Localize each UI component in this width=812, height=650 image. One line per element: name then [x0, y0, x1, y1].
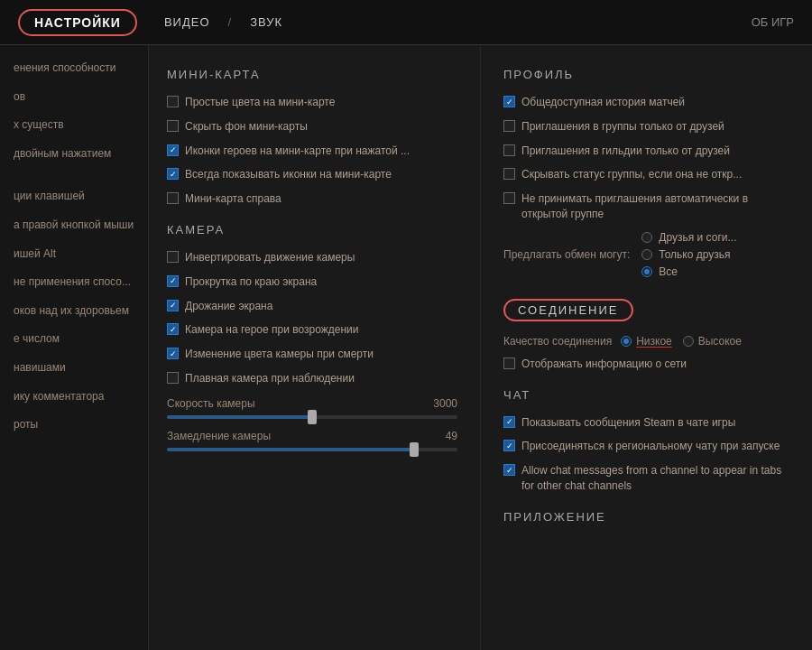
camera-cb-0[interactable]	[167, 251, 179, 263]
sidebar-item-12[interactable]: ику комментатора	[0, 383, 148, 412]
decel-slider-fill	[167, 448, 414, 451]
network-info-option[interactable]: Отображать информацию о сети	[503, 357, 794, 372]
network-info-cb[interactable]	[503, 358, 515, 369]
minimap-option-1[interactable]: Скрыть фон мини-карты	[167, 119, 457, 135]
profile-option-4[interactable]: Не принимать приглашения автоматически в…	[503, 191, 794, 222]
profile-cb-2[interactable]	[503, 144, 515, 156]
speed-slider-container: Скорость камеры 3000	[167, 397, 457, 419]
sidebar-item-3[interactable]: двойным нажатием	[0, 140, 148, 169]
minimap-option-2[interactable]: Иконки героев на мини-карте при нажатой …	[167, 144, 457, 159]
chat-cb-1[interactable]	[503, 440, 515, 451]
settings-badge[interactable]: НАСТРОЙКИ	[18, 9, 137, 36]
trade-option-1[interactable]: Только друзья	[641, 248, 736, 261]
sidebar: енения способности ов х существ двойным …	[0, 45, 149, 650]
left-panel: МИНИ-КАРТА Простые цвета на мини-карте С…	[149, 45, 475, 650]
camera-option-5[interactable]: Плавная камера при наблюдении	[167, 371, 457, 386]
decel-slider-container: Замедление камеры 49	[167, 430, 457, 451]
quality-high-radio[interactable]	[683, 336, 694, 347]
camera-option-1[interactable]: Прокрутка по краю экрана	[167, 274, 457, 290]
quality-label: Качество соединения	[503, 335, 612, 348]
minimap-option-0[interactable]: Простые цвета на мини-карте	[167, 95, 457, 110]
camera-option-2[interactable]: Дрожание экрана	[167, 299, 457, 314]
trade-label: Предлагать обмен могут:	[503, 248, 630, 261]
chat-option-2[interactable]: Allow chat messages from a channel to ap…	[503, 463, 794, 494]
sidebar-item-4[interactable]	[0, 168, 148, 182]
camera-option-3[interactable]: Камера на герое при возрождении	[167, 322, 457, 338]
speed-label: Скорость камеры	[167, 397, 255, 410]
trade-option-0[interactable]: Друзья и соги...	[641, 231, 736, 244]
application-section: ПРИЛОЖЕНИЕ	[503, 510, 794, 524]
decel-label: Замедление камеры	[167, 430, 271, 442]
chat-cb-0[interactable]	[503, 416, 515, 428]
speed-slider-thumb[interactable]	[308, 410, 317, 424]
camera-cb-3[interactable]	[167, 323, 179, 335]
chat-cb-2[interactable]	[503, 464, 515, 476]
sidebar-item-10[interactable]: е числом	[0, 325, 148, 354]
quality-low-label: Низкое	[636, 335, 672, 348]
quality-low-option[interactable]: Низкое	[621, 335, 672, 348]
camera-cb-1[interactable]	[167, 275, 179, 287]
sidebar-item-6[interactable]: а правой кнопкой мыши	[0, 211, 148, 240]
chat-option-1[interactable]: Присоединяться к региональному чату при …	[503, 439, 794, 454]
profile-option-3[interactable]: Скрывать статус группы, если она не откр…	[503, 167, 794, 182]
sidebar-item-1[interactable]: ов	[0, 83, 148, 112]
minimap-cb-0[interactable]	[167, 96, 179, 107]
nav-separator: /	[228, 15, 233, 29]
profile-option-1[interactable]: Приглашения в группы только от друзей	[503, 119, 794, 135]
camera-title: КАМЕРА	[167, 223, 457, 237]
sidebar-item-8[interactable]: не применения спосо...	[0, 268, 148, 297]
profile-cb-3[interactable]	[503, 168, 515, 180]
camera-cb-5[interactable]	[167, 372, 179, 384]
panel-divider	[480, 45, 481, 650]
nav-sound[interactable]: ЗВУК	[250, 15, 282, 29]
minimap-cb-2[interactable]	[167, 144, 179, 156]
main-content: енения способности ов х существ двойным …	[0, 45, 812, 650]
minimap-cb-1[interactable]	[167, 120, 179, 132]
decel-slider-thumb[interactable]	[410, 442, 419, 457]
minimap-option-4[interactable]: Мини-карта справа	[167, 191, 457, 207]
decel-slider-track[interactable]	[167, 448, 457, 451]
sidebar-item-11[interactable]: навишами	[0, 354, 148, 383]
sidebar-item-7[interactable]: ишей Alt	[0, 240, 148, 269]
nav-about[interactable]: ОБ ИГР	[752, 15, 794, 29]
trade-radio-1[interactable]	[641, 249, 652, 260]
sidebar-item-9[interactable]: оков над их здоровьем	[0, 297, 148, 326]
right-panel: ПРОФИЛЬ Общедоступная история матчей При…	[485, 45, 812, 650]
camera-option-4[interactable]: Изменение цвета камеры при смерти	[167, 347, 457, 362]
profile-cb-4[interactable]	[503, 192, 515, 204]
nav-video[interactable]: ВИДЕО	[164, 15, 210, 29]
trade-label-row: Предлагать обмен могут: Друзья и соги...…	[503, 231, 794, 278]
chat-option-0[interactable]: Показывать сообщения Steam в чате игры	[503, 415, 794, 431]
decel-value: 49	[446, 430, 457, 442]
quality-low-radio[interactable]	[621, 336, 632, 347]
quality-high-option[interactable]: Высокое	[683, 335, 742, 348]
quality-options: Низкое Высокое	[621, 335, 742, 348]
chat-title: ЧАТ	[503, 388, 794, 402]
minimap-title: МИНИ-КАРТА	[167, 68, 457, 81]
sidebar-item-2[interactable]: х существ	[0, 111, 148, 140]
top-bar: НАСТРОЙКИ ВИДЕО / ЗВУК ОБ ИГР	[0, 0, 812, 45]
minimap-cb-3[interactable]	[167, 168, 179, 180]
chat-section: ЧАТ Показывать сообщения Steam в чате иг…	[503, 388, 794, 494]
camera-cb-4[interactable]	[167, 348, 179, 359]
trade-radio-2[interactable]	[641, 266, 652, 277]
camera-option-0[interactable]: Инвертировать движение камеры	[167, 250, 457, 265]
connection-section: СОЕДИНЕНИЕ Качество соединения Низкое Вы…	[503, 294, 794, 372]
speed-slider-track[interactable]	[167, 415, 457, 419]
profile-cb-1[interactable]	[503, 120, 515, 132]
quality-row: Качество соединения Низкое Высокое	[503, 335, 794, 348]
trade-option-2[interactable]: Все	[641, 265, 736, 278]
camera-section: КАМЕРА Инвертировать движение камеры Про…	[167, 223, 457, 451]
profile-option-2[interactable]: Приглашения в гильдии только от друзей	[503, 144, 794, 159]
speed-value: 3000	[433, 397, 457, 410]
minimap-option-3[interactable]: Всегда показывать иконки на мини-карте	[167, 167, 457, 182]
sidebar-item-13[interactable]: роты	[0, 411, 148, 440]
profile-title: ПРОФИЛЬ	[503, 68, 794, 81]
minimap-cb-4[interactable]	[167, 192, 179, 204]
sidebar-item-0[interactable]: енения способности	[0, 54, 148, 83]
camera-cb-2[interactable]	[167, 300, 179, 311]
sidebar-item-5[interactable]: ции клавишей	[0, 182, 148, 211]
profile-cb-0[interactable]	[503, 96, 515, 107]
trade-radio-0[interactable]	[641, 232, 652, 243]
profile-option-0[interactable]: Общедоступная история матчей	[503, 95, 794, 110]
